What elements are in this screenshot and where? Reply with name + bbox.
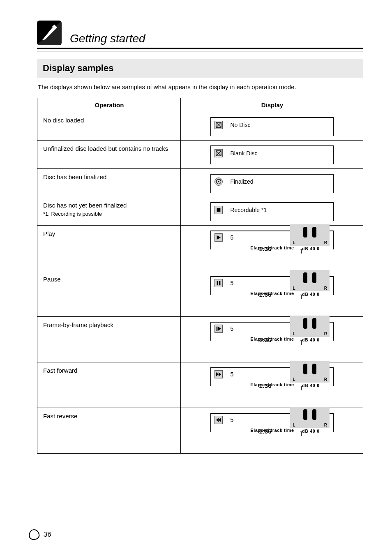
svg-rect-11 xyxy=(217,208,221,212)
svg-marker-18 xyxy=(219,372,221,377)
display-mock: 5 LR -dB 40 0 xyxy=(210,413,334,450)
display-mock: Blank Disc xyxy=(210,145,334,165)
page-circle-icon xyxy=(28,528,40,540)
svg-marker-19 xyxy=(219,418,221,422)
op-label: Disc has not yet been finalized xyxy=(43,202,127,209)
timecode: 1:36 xyxy=(259,337,271,344)
svg-point-10 xyxy=(218,181,219,182)
op-label: Unfinalized disc loaded but contains no … xyxy=(43,145,168,152)
pencil-icon xyxy=(37,21,62,45)
pause-icon xyxy=(214,279,223,287)
divider xyxy=(37,48,363,49)
nodisc-icon xyxy=(214,121,223,129)
timecode: 1:36 xyxy=(259,291,271,298)
svg-marker-16 xyxy=(218,327,221,331)
track-num: 5 xyxy=(230,417,233,423)
op-label: Pause xyxy=(43,276,61,283)
meter-scale: -dB 40 0 xyxy=(300,292,320,297)
col-operation: Operation xyxy=(37,98,181,112)
display-mock: 5 LR -dB 40 0 xyxy=(210,367,334,404)
section-heading: Display samples xyxy=(37,59,363,78)
table-row: Unfinalized disc loaded but contains no … xyxy=(37,141,363,169)
track-num: 5 xyxy=(230,325,233,332)
page-title: Getting started xyxy=(70,32,363,45)
display-mock: Recordable *1 xyxy=(210,202,334,222)
op-label: Fast reverse xyxy=(43,413,77,420)
disc-icon xyxy=(214,178,223,186)
table-row: Frame-by-frame playback 5 xyxy=(37,317,363,362)
meter-l: L xyxy=(293,423,295,427)
table-row: Fast reverse 5 xyxy=(37,408,363,454)
display-text: No Disc xyxy=(230,122,250,128)
svg-marker-12 xyxy=(217,235,221,240)
meter-scale: -dB 40 0 xyxy=(300,247,320,251)
op-label: Disc has been finalized xyxy=(43,173,106,180)
meter-scale: -dB 40 0 xyxy=(300,338,320,342)
level-meter: LR xyxy=(290,270,330,291)
svg-rect-15 xyxy=(217,327,218,331)
ffwd-icon xyxy=(214,370,223,378)
op-label: No disc loaded xyxy=(43,117,84,124)
track-num: 5 xyxy=(230,234,233,241)
svg-marker-1 xyxy=(42,39,45,40)
svg-rect-13 xyxy=(217,281,219,286)
svg-marker-20 xyxy=(216,418,219,422)
display-mock: No Disc xyxy=(210,117,334,137)
op-label: Frame-by-frame playback xyxy=(43,321,113,328)
level-meter: LR xyxy=(290,316,330,337)
frev-icon xyxy=(214,416,223,424)
step-icon xyxy=(214,325,223,333)
page-number: 36 xyxy=(29,529,51,540)
table-row: Pause 5 L xyxy=(37,271,363,317)
meter-scale: -dB 40 0 xyxy=(300,383,320,388)
timecode: 1:36 xyxy=(259,245,271,252)
timecode: 1:36 xyxy=(259,428,271,435)
display-samples-table: Operation Display No disc loaded No Disc xyxy=(37,98,363,454)
table-row: Disc has not yet been finalized *1: Reco… xyxy=(37,197,363,226)
op-note: *1: Recording is possible xyxy=(43,211,102,217)
table-row: Fast forward 5 xyxy=(37,362,363,408)
display-text: Finalized xyxy=(230,178,253,185)
meter-r: R xyxy=(324,377,327,382)
meter-r: R xyxy=(324,423,327,427)
meter-scale: -dB 40 0 xyxy=(300,429,320,433)
display-text: Blank Disc xyxy=(230,150,257,157)
meter-l: L xyxy=(293,332,295,336)
table-row: No disc loaded No Disc xyxy=(37,112,363,141)
meter-l: L xyxy=(293,240,295,245)
table-row: Play 5 LR xyxy=(37,226,363,271)
display-mock: 5 LR -dB 40 0 xyxy=(210,322,334,359)
section-intro: The displays shown below are samples of … xyxy=(38,83,363,90)
meter-r: R xyxy=(324,332,327,336)
play-icon xyxy=(214,233,223,242)
display-text: Recordable *1 xyxy=(230,207,267,213)
timecode: 1:36 xyxy=(259,382,271,389)
col-display: Display xyxy=(180,98,363,112)
meter-r: R xyxy=(324,240,327,245)
level-meter: LR xyxy=(290,224,330,246)
meter-l: L xyxy=(293,377,295,382)
display-mock: 5 LR -dB 40 0 xyxy=(210,231,334,267)
meter-l: L xyxy=(293,286,295,291)
display-mock: 5 LR -dB 40 0 xyxy=(210,276,334,313)
nodisc-icon xyxy=(214,149,223,157)
meter-r: R xyxy=(324,286,327,291)
page-number-value: 36 xyxy=(44,530,51,539)
track-num: 5 xyxy=(230,371,233,378)
stop-icon xyxy=(214,206,223,214)
track-num: 5 xyxy=(230,280,233,286)
op-label: Play xyxy=(43,230,55,237)
level-meter: LR xyxy=(290,361,330,383)
svg-marker-17 xyxy=(216,372,219,377)
level-meter: LR xyxy=(290,407,330,428)
op-label: Fast forward xyxy=(43,367,77,374)
display-mock: Finalized xyxy=(210,174,334,194)
divider xyxy=(37,51,363,51)
table-row: Disc has been finalized Finalized xyxy=(37,169,363,197)
svg-rect-14 xyxy=(219,281,221,286)
